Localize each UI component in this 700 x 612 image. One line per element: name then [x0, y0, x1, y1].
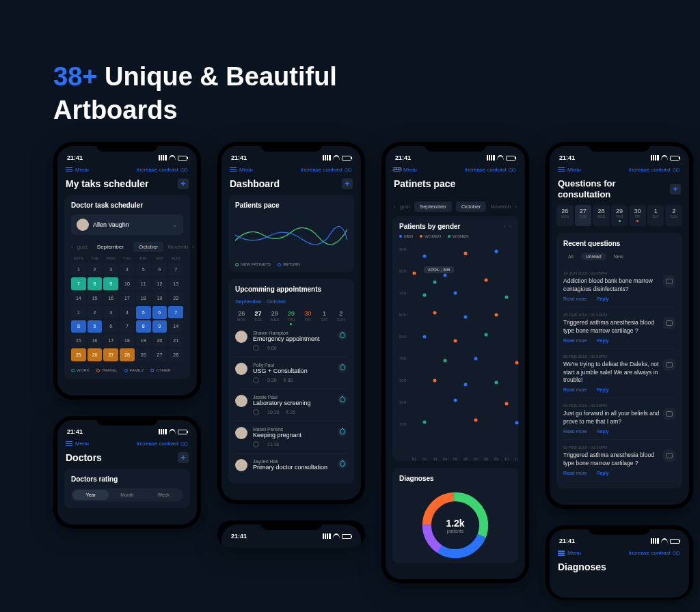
appointment-item[interactable]: Jayden HallPrimary doctor consultation — [235, 453, 347, 477]
month-nav[interactable]: ‹gustSeptemberOctoberNovemb› — [71, 242, 183, 252]
calendar-day[interactable]: 16 — [103, 292, 118, 305]
day-picker-item[interactable]: 29THU — [285, 310, 297, 325]
add-button[interactable]: + — [178, 178, 189, 189]
calendar-day[interactable]: 20 — [152, 334, 167, 347]
day-picker-item[interactable]: 28WED — [593, 205, 610, 226]
calendar-day[interactable]: 5 — [136, 263, 151, 276]
day-picker-item[interactable]: 2SUN — [335, 310, 347, 325]
reply-link[interactable]: Reply — [597, 387, 609, 392]
contrast-toggle[interactable]: Increase contrast — [465, 167, 517, 173]
day-picker-item[interactable]: 27TUE — [252, 310, 264, 325]
contrast-toggle[interactable]: Increase contrast — [629, 550, 681, 556]
calendar-day[interactable]: 6 — [152, 306, 167, 319]
add-button[interactable]: + — [670, 184, 681, 195]
day-picker-item[interactable]: 29THU — [611, 205, 628, 226]
menu-button[interactable]: Menu — [230, 167, 253, 173]
menu-button[interactable]: Menu — [66, 441, 89, 447]
call-icon[interactable] — [338, 363, 347, 372]
segment-control[interactable]: YearMonthWeek — [71, 488, 183, 501]
calendar-day[interactable]: 12 — [152, 277, 167, 290]
chart-nav[interactable]: ‹› — [504, 223, 511, 230]
calendar-day[interactable]: 20 — [168, 292, 183, 305]
appointment-item[interactable]: Polly PaulUSG + Consultation9:30€ 80 — [235, 357, 347, 389]
calendar-day[interactable]: 19 — [136, 334, 151, 347]
calendar-day[interactable]: 9 — [152, 320, 167, 333]
read-more-link[interactable]: Read more — [563, 338, 587, 343]
calendar-day[interactable]: 3 — [103, 263, 118, 276]
call-icon[interactable] — [338, 395, 347, 404]
calendar-day[interactable]: 5 — [136, 306, 151, 319]
calendar-day[interactable]: 26 — [136, 348, 151, 361]
add-button[interactable]: + — [342, 178, 353, 189]
appointment-item[interactable]: Jessie PaulLaboratory screening10:30€ 25 — [235, 389, 347, 421]
menu-button[interactable]: Menu — [66, 167, 89, 173]
calendar-day[interactable]: 18 — [120, 334, 135, 347]
call-icon[interactable] — [338, 331, 347, 340]
read-more-link[interactable]: Read more — [563, 429, 587, 434]
menu-button[interactable]: Menu — [558, 167, 581, 173]
day-picker-item[interactable]: 30FRI — [301, 310, 314, 325]
calendar-day[interactable]: 7 — [168, 263, 183, 276]
contrast-toggle[interactable]: Increase contrast — [301, 167, 353, 173]
calendar-day[interactable]: 16 — [88, 334, 103, 347]
calendar-day[interactable]: 17 — [103, 334, 118, 347]
calendar-day[interactable]: 25 — [71, 348, 86, 361]
calendar-day[interactable]: 15 — [88, 292, 103, 305]
calendar-day[interactable]: 4 — [120, 306, 135, 319]
chat-icon[interactable] — [663, 359, 675, 371]
calendar-day[interactable]: 17 — [120, 292, 135, 305]
day-picker-item[interactable]: 1SAT — [318, 310, 330, 325]
calendar-day[interactable]: 9 — [103, 277, 118, 290]
calendar-day[interactable]: 19 — [152, 292, 167, 305]
chat-icon[interactable] — [663, 408, 675, 420]
calendar-day[interactable]: 1 — [71, 263, 86, 276]
calendar-day[interactable]: 4 — [120, 263, 135, 276]
calendar-day[interactable]: 5 — [88, 320, 103, 333]
calendar-day[interactable]: 8 — [136, 320, 151, 333]
reply-link[interactable]: Reply — [597, 429, 609, 434]
calendar-day[interactable]: 11 — [136, 277, 151, 290]
calendar-day[interactable]: 7 — [71, 277, 86, 290]
reply-link[interactable]: Reply — [597, 471, 609, 475]
calendar-day[interactable]: 3 — [103, 306, 118, 319]
calendar-day[interactable]: 7 — [168, 306, 183, 319]
day-picker-item[interactable]: 1SAT — [647, 205, 664, 226]
calendar-day[interactable]: 21 — [168, 334, 183, 347]
calendar-day[interactable]: 27 — [103, 348, 118, 361]
calendar-day[interactable]: 1 — [71, 306, 86, 319]
calendar-day[interactable]: 28 — [168, 348, 183, 361]
calendar-day[interactable]: 28 — [120, 348, 135, 361]
contrast-toggle[interactable]: Increase contrast — [137, 441, 189, 447]
calendar-day[interactable]: 27 — [152, 348, 167, 361]
day-picker-item[interactable]: 27TUE — [575, 205, 592, 226]
read-more-link[interactable]: Read more — [563, 387, 587, 392]
calendar-day[interactable]: 26 — [88, 348, 103, 361]
chat-icon[interactable] — [663, 317, 675, 329]
calendar-day[interactable]: 10 — [120, 277, 135, 290]
read-more-link[interactable]: Read more — [563, 471, 587, 475]
read-more-link[interactable]: Read more — [563, 296, 587, 301]
reply-link[interactable]: Reply — [597, 338, 609, 343]
call-icon[interactable] — [338, 427, 347, 436]
day-picker-item[interactable]: 2SUN — [665, 205, 682, 226]
add-button[interactable]: + — [178, 452, 189, 463]
calendar-day[interactable]: 2 — [88, 263, 103, 276]
calendar-day[interactable]: 7 — [120, 320, 135, 333]
calendar-day[interactable]: 15 — [71, 334, 86, 347]
contrast-toggle[interactable]: Increase contrast — [629, 167, 681, 173]
chat-icon[interactable] — [663, 449, 675, 462]
calendar-day[interactable]: 6 — [103, 320, 118, 333]
filter-tabs[interactable]: AllUnreadNew — [563, 253, 675, 260]
calendar-day[interactable]: 2 — [88, 306, 103, 319]
calendar-day[interactable]: 6 — [152, 263, 167, 276]
call-icon[interactable] — [338, 459, 347, 469]
day-picker-item[interactable]: 26MON — [235, 310, 247, 325]
month-nav[interactable]: ‹gustSeptemberOctoberNovemb› — [392, 201, 518, 212]
calendar-day[interactable]: 18 — [136, 292, 151, 305]
day-picker-item[interactable]: 28WED — [269, 310, 281, 325]
calendar-day[interactable]: 8 — [71, 320, 86, 333]
calendar-day[interactable]: 13 — [168, 277, 183, 290]
chat-icon[interactable] — [663, 275, 675, 288]
reply-link[interactable]: Reply — [597, 296, 609, 301]
calendar-day[interactable]: 14 — [71, 292, 86, 305]
